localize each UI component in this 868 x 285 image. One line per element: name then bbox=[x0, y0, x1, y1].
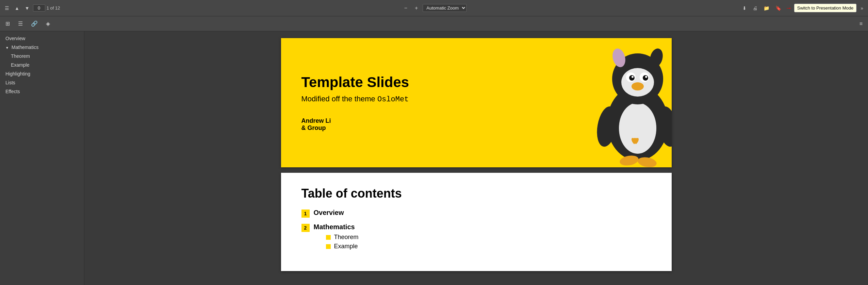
thumbnails-button[interactable]: ⊞ bbox=[3, 19, 13, 28]
main-content: Overview ▼ Mathematics Theorem Example H… bbox=[0, 31, 868, 285]
sidebar-item-theorem[interactable]: Theorem bbox=[0, 52, 84, 61]
expand-icon: ▼ bbox=[5, 46, 9, 50]
subtitle-prefix: Modified off the theme bbox=[301, 95, 377, 103]
toc-sub-item-theorem: Theorem bbox=[326, 234, 359, 241]
author-line1: Andrew Li bbox=[301, 117, 651, 124]
sidebar: Overview ▼ Mathematics Theorem Example H… bbox=[0, 31, 84, 285]
zoom-out-button[interactable]: − bbox=[402, 4, 410, 13]
sidebar-toggle-button[interactable]: ☰ bbox=[3, 4, 11, 12]
toc-number-2: 2 bbox=[301, 224, 310, 232]
toc-item-overview: 1 Overview bbox=[301, 209, 651, 218]
attachments-button[interactable]: 🔗 bbox=[28, 19, 40, 28]
bookmark-button[interactable]: 🔖 bbox=[773, 4, 783, 12]
mathematics-label: Mathematics bbox=[12, 45, 38, 50]
toc-bullet-example bbox=[326, 244, 331, 249]
subtitle-code: OsloMet bbox=[377, 95, 409, 104]
zoom-select[interactable]: Automatic Zoom bbox=[423, 4, 466, 12]
theorem-label: Theorem bbox=[11, 53, 30, 59]
top-toolbar: ☰ ▲ ▼ 1 of 12 − + Automatic Zoom ⬇ 🖨 📁 🔖… bbox=[0, 0, 868, 16]
toc-label-mathematics: Mathematics bbox=[314, 223, 359, 231]
toc-item-mathematics: 2 Mathematics Theorem Example bbox=[301, 223, 651, 252]
toolbar-center: − + Automatic Zoom bbox=[402, 4, 467, 13]
current-outline-button[interactable]: ≡ bbox=[857, 19, 865, 28]
highlighting-label: Highlighting bbox=[5, 71, 30, 77]
sidebar-item-overview[interactable]: Overview bbox=[0, 34, 84, 43]
toc-sub-item-example: Example bbox=[326, 243, 359, 250]
slide-author: Andrew Li & Group bbox=[301, 117, 651, 132]
toc-sub-label-example: Example bbox=[334, 243, 358, 250]
sidebar-item-highlighting[interactable]: Highlighting bbox=[0, 69, 84, 78]
secondary-toolbar: ⊞ ☰ 🔗 ◈ ≡ bbox=[0, 16, 868, 31]
sidebar-item-effects[interactable]: Effects bbox=[0, 87, 84, 96]
prev-page-button[interactable]: ▲ bbox=[13, 4, 21, 12]
slide-2: Table of contents 1 Overview 2 Mathemati… bbox=[281, 173, 672, 271]
toc-sub-label-theorem: Theorem bbox=[334, 234, 359, 241]
effects-label: Effects bbox=[5, 89, 20, 94]
slide-title-area: Template Slides Modified off the theme O… bbox=[281, 38, 672, 167]
more-options-button[interactable]: » bbox=[858, 4, 865, 12]
toolbar-right: ⬇ 🖨 📁 🔖 → Switch to Presentation Mode » bbox=[740, 4, 865, 12]
toc-number-1: 1 bbox=[301, 209, 310, 218]
example-label: Example bbox=[11, 62, 29, 68]
author-line2: & Group bbox=[301, 124, 651, 132]
toc-title: Table of contents bbox=[301, 186, 651, 201]
pdf-viewer[interactable]: Template Slides Modified off the theme O… bbox=[84, 31, 868, 285]
print-button[interactable]: 🖨 bbox=[751, 4, 759, 12]
overview-label: Overview bbox=[5, 36, 25, 41]
sidebar-item-mathematics[interactable]: ▼ Mathematics bbox=[0, 43, 84, 52]
arrow-indicator: → bbox=[785, 4, 792, 12]
slide-toc-area: Table of contents 1 Overview 2 Mathemati… bbox=[281, 173, 672, 271]
download-button[interactable]: ⬇ bbox=[740, 4, 749, 12]
toolbar-left: ☰ ▲ ▼ 1 of 12 bbox=[3, 4, 60, 12]
outline-button[interactable]: ☰ bbox=[15, 19, 26, 28]
toc-bullet-theorem bbox=[326, 235, 331, 240]
slide-title-text: Template Slides bbox=[301, 74, 651, 90]
toc-label-overview: Overview bbox=[314, 209, 344, 217]
layers-button[interactable]: ◈ bbox=[43, 19, 53, 28]
sidebar-item-lists[interactable]: Lists bbox=[0, 78, 84, 87]
zoom-in-button[interactable]: + bbox=[412, 4, 421, 13]
page-number-input[interactable] bbox=[33, 4, 45, 12]
slide-subtitle: Modified off the theme OsloMet bbox=[301, 95, 651, 104]
toc-sub-items: Theorem Example bbox=[326, 234, 359, 250]
page-count-label: 1 of 12 bbox=[47, 5, 60, 11]
lists-label: Lists bbox=[5, 80, 15, 85]
open-file-button[interactable]: 📁 bbox=[761, 4, 771, 12]
slide-1: Template Slides Modified off the theme O… bbox=[281, 38, 672, 167]
presentation-mode-tooltip: Switch to Presentation Mode bbox=[794, 4, 856, 12]
next-page-button[interactable]: ▼ bbox=[23, 4, 32, 12]
sidebar-item-example[interactable]: Example bbox=[0, 61, 84, 69]
